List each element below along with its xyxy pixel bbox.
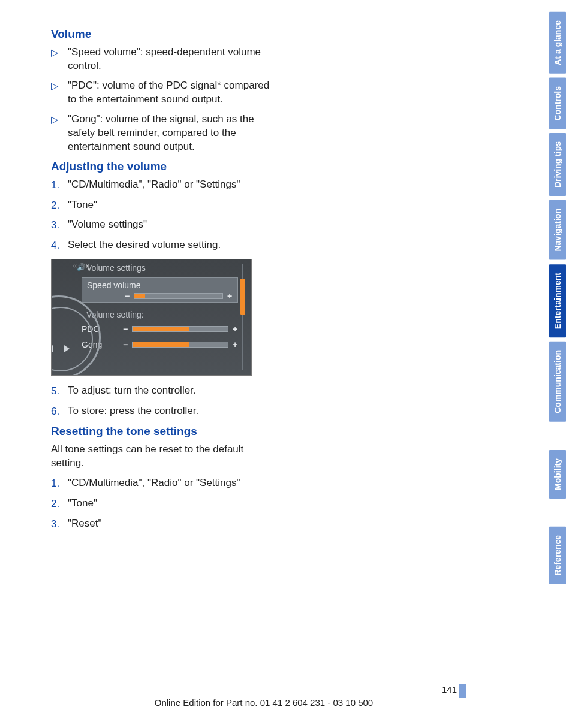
controller-ring-inner (51, 307, 93, 371)
selected-setting: Speed volume − + (82, 277, 238, 303)
list-item: ▷ "Speed volume": speed-dependent volume… (51, 46, 279, 73)
slider-track (134, 293, 223, 299)
step-number: 3. (51, 517, 68, 531)
adjusting-steps-after: 5.To adjust: turn the controller. 6.To s… (51, 384, 279, 419)
plus-icon: + (232, 324, 238, 334)
heading-volume: Volume (51, 28, 279, 41)
list-text: "Tone" (68, 497, 279, 510)
list-item: 3."Reset" (51, 517, 279, 531)
list-text: To store: press the controller. (68, 404, 279, 418)
minus-icon: − (122, 324, 128, 334)
plus-icon: + (232, 340, 238, 349)
minus-icon: − (122, 340, 128, 349)
step-number: 5. (51, 384, 68, 398)
slider-track (132, 342, 228, 348)
minus-icon: − (124, 291, 130, 301)
volume-bullets: ▷ "Speed volume": speed-dependent volume… (51, 46, 279, 154)
list-text: "Tone" (68, 198, 279, 212)
step-number: 6. (51, 404, 68, 419)
tab-reference[interactable]: Reference (549, 527, 566, 584)
adjusting-steps-before: 1."CD/Multimedia", "Radio" or "Settings"… (51, 178, 279, 253)
tab-entertainment[interactable]: Entertainment (549, 264, 566, 337)
tab-at-a-glance[interactable]: At a glance (549, 12, 566, 74)
list-text: Select the desired volume setting. (68, 238, 279, 252)
footer-line: Online Edition for Part no. 01 41 2 604 … (0, 697, 528, 708)
pdc-row: PDC − + (82, 324, 238, 334)
list-item: ▷ "PDC": volume of the PDC signal* compa… (51, 79, 279, 107)
reset-intro: All tone settings can be reset to the de… (51, 443, 279, 470)
tab-controls[interactable]: Controls (549, 78, 566, 129)
list-text: "Gong": volume of the signal, such as th… (68, 113, 279, 154)
chevron-left-icon (51, 345, 53, 352)
bullet-icon: ▷ (51, 46, 68, 59)
list-text: "CD/Multimedia", "Radio" or "Settings" (68, 178, 279, 192)
bullet-icon: ▷ (51, 113, 68, 126)
side-tabs: At a glance Controls Driving tips Naviga… (549, 12, 566, 584)
list-item: 6.To store: press the controller. (51, 404, 279, 419)
idrive-screenshot: ⁽⁽🔊⁾⁾ Volume settings Speed volume − + V… (51, 259, 252, 376)
controller-ring (51, 295, 101, 376)
scrollbar-handle (240, 279, 245, 315)
heading-reset: Resetting the tone settings (51, 425, 279, 438)
slider-fill (133, 327, 189, 331)
reset-steps: 1."CD/Multimedia", "Radio" or "Settings"… (51, 476, 279, 531)
screen-title: Volume settings (86, 263, 146, 273)
left-column: Volume ▷ "Speed volume": speed-dependent… (51, 28, 279, 531)
page-number: 141 (442, 684, 457, 694)
page-number-bar (459, 684, 466, 698)
chevron-right-icon (64, 345, 70, 352)
step-number: 1. (51, 476, 68, 491)
slider-track (132, 326, 228, 332)
bullet-icon: ▷ (51, 79, 68, 93)
list-item: 4.Select the desired volume setting. (51, 238, 279, 253)
list-item: 2."Tone" (51, 198, 279, 213)
speed-volume-slider: − + (87, 291, 233, 301)
list-item: 1."CD/Multimedia", "Radio" or "Settings" (51, 476, 279, 491)
list-item: ▷ "Gong": volume of the signal, such as … (51, 113, 279, 154)
list-text: "Volume settings" (68, 218, 279, 232)
step-number: 1. (51, 178, 68, 192)
list-text: "CD/Multimedia", "Radio" or "Settings" (68, 476, 279, 490)
step-number: 2. (51, 497, 68, 511)
step-number: 3. (51, 218, 68, 232)
heading-adjusting: Adjusting the volume (51, 160, 279, 173)
list-text: "Reset" (68, 517, 279, 531)
list-item: 1."CD/Multimedia", "Radio" or "Settings" (51, 178, 279, 192)
list-item: 5.To adjust: turn the controller. (51, 384, 279, 398)
plus-icon: + (227, 291, 233, 301)
list-item: 2."Tone" (51, 497, 279, 511)
slider-fill (133, 342, 189, 347)
tab-driving-tips[interactable]: Driving tips (549, 133, 566, 196)
tab-navigation[interactable]: Navigation (549, 200, 566, 260)
step-number: 4. (51, 238, 68, 253)
list-text: "Speed volume": speed-dependent volume c… (68, 46, 279, 73)
page-content: Volume ▷ "Speed volume": speed-dependent… (51, 24, 513, 537)
tab-mobility[interactable]: Mobility (549, 450, 566, 499)
slider-fill (134, 294, 145, 298)
list-item: 3."Volume settings" (51, 218, 279, 232)
selected-label: Speed volume (87, 280, 233, 290)
list-text: To adjust: turn the controller. (68, 384, 279, 398)
tab-communication[interactable]: Communication (549, 342, 566, 422)
list-text: "PDC": volume of the PDC signal* compare… (68, 79, 279, 107)
step-number: 2. (51, 198, 68, 213)
scrollbar (240, 264, 245, 370)
gong-row: Gong − + (82, 340, 238, 349)
